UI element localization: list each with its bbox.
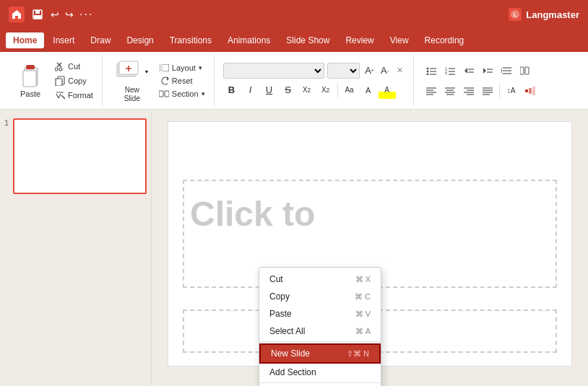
svg-point-23 [426,70,428,72]
format-label: Format [68,91,93,100]
font-size-increase-button[interactable]: A+ [363,63,377,79]
section-arrow: ▾ [202,90,205,97]
indent-increase-button[interactable] [479,62,496,79]
undo-button[interactable]: ↩ [51,9,59,20]
menu-item-recording[interactable]: Recording [418,32,472,48]
langmaster-icon: L [509,8,522,21]
ctx-copy-shortcut: ⌘ C [355,292,371,302]
ctx-divider-2 [259,382,381,383]
svg-point-25 [426,73,428,75]
section-label: Section [172,89,199,98]
ctx-paste[interactable]: Paste ⌘ V [259,305,381,323]
ctx-copy[interactable]: Copy ⌘ C [259,288,381,305]
font-case-button[interactable]: Aa [341,82,358,99]
svg-rect-17 [159,64,163,71]
svg-text:L: L [514,12,517,17]
save-icon[interactable] [30,7,45,22]
layout-button[interactable]: Layout ▾ [156,62,205,74]
font-size-decrease-button[interactable]: A- [378,63,392,79]
ctx-new-slide[interactable]: New Slide ⇧⌘ N [259,343,381,364]
clipboard-group: Paste Cut Copy [6,55,103,106]
paragraph-group: 1.2.3. [417,55,545,106]
new-slide-button[interactable]: ▾ NewSlide [111,57,153,105]
cut-button[interactable]: Cut [52,60,96,73]
app-icon [9,6,25,22]
superscript-button[interactable]: X2 [317,82,334,99]
cut-label: Cut [68,62,80,71]
menu-item-draw[interactable]: Draw [83,32,118,48]
paste-button[interactable]: Paste [12,61,49,101]
clear-format-button[interactable]: ✕ [393,63,407,79]
new-slide-label: NewSlide [124,86,140,103]
ctx-select-all-label: Select All [269,326,305,336]
format-button[interactable]: Format [52,89,96,102]
font-size-select[interactable] [327,63,360,79]
slide-thumbnail [13,118,147,194]
section-button[interactable]: Section ▾ [156,88,208,100]
cut-icon [55,61,65,71]
slides-group: ▾ NewSlide Layout ▾ Reset Section ▾ [105,55,215,106]
align-left-button[interactable] [423,82,440,100]
menu-item-view[interactable]: View [383,32,416,48]
reset-label: Reset [172,76,193,85]
clipboard-actions: Cut Copy Format [52,60,96,102]
indent-decrease-button[interactable] [460,62,477,79]
slide-panel: 1 [0,110,152,386]
ctx-add-section[interactable]: Add Section [259,364,381,381]
more-button[interactable]: ··· [79,8,93,21]
menu-item-review[interactable]: Review [338,32,381,48]
redo-button[interactable]: ↪ [65,9,74,20]
align-right-button[interactable] [460,82,477,100]
text-direction-button[interactable]: ↕A [503,82,520,100]
ctx-divider-1 [259,341,381,342]
menu-item-slideshow[interactable]: Slide Show [279,32,337,48]
app-title: Langmaster [526,9,579,20]
justify-button[interactable] [479,82,496,100]
title-bar-left: ↩ ↪ ··· [9,6,93,22]
context-menu: Cut ⌘ X Copy ⌘ C Paste ⌘ V Select All ⌘ … [259,267,381,386]
copy-button[interactable]: Copy [52,74,96,87]
smart-art-button[interactable] [522,82,539,100]
svg-marker-33 [464,68,467,74]
align-center-button[interactable] [441,82,459,100]
svg-rect-6 [26,65,35,69]
new-slide-dropdown-icon[interactable]: ▾ [143,69,150,76]
layout-arrow: ▾ [199,64,202,71]
svg-rect-1 [35,10,40,14]
ctx-select-all[interactable]: Select All ⌘ A [259,323,381,340]
numbering-button[interactable]: 1.2.3. [441,62,459,79]
ctx-paste-shortcut: ⌘ V [355,310,371,319]
menu-bar: Home Insert Draw Design Transitions Anim… [0,29,588,52]
app-title-area: L Langmaster [509,8,579,21]
menu-item-home[interactable]: Home [6,32,44,48]
svg-rect-44 [525,67,529,74]
ctx-select-all-shortcut: ⌘ A [355,327,371,336]
text-highlight-button[interactable]: A [379,82,396,99]
font-color-button[interactable]: A [360,82,377,99]
font-group: A+ A- ✕ B I U S X2 X2 Aa A A [217,55,414,106]
bullets-button[interactable] [423,62,440,79]
format-separator [337,83,338,97]
layout-label: Layout [172,63,196,72]
line-spacing-button[interactable] [498,62,515,79]
menu-item-design[interactable]: Design [119,32,160,48]
subscript-button[interactable]: X2 [298,82,316,99]
main-area: 1 Click to Cut ⌘ X Copy ⌘ C Paste ⌘ V [0,110,588,386]
menu-item-animations[interactable]: Animations [220,32,277,48]
italic-button[interactable]: I [242,82,259,99]
slide-content-area: Click to Cut ⌘ X Copy ⌘ C Paste ⌘ V Sele… [152,110,588,386]
reset-button[interactable]: Reset [156,75,196,87]
underline-button[interactable]: U [261,82,278,99]
menu-item-transitions[interactable]: Transitions [163,32,219,48]
ctx-new-slide-label: New Slide [271,348,310,359]
menu-item-insert[interactable]: Insert [46,32,82,48]
columns-button[interactable] [516,62,534,79]
format-icon [55,90,65,100]
strikethrough-button[interactable]: S [280,82,297,99]
svg-text:3.: 3. [445,72,448,75]
bold-button[interactable]: B [223,82,241,99]
svg-rect-43 [520,67,524,74]
paste-label: Paste [20,89,40,98]
ctx-cut[interactable]: Cut ⌘ X [259,271,381,288]
font-family-select[interactable] [223,63,324,79]
